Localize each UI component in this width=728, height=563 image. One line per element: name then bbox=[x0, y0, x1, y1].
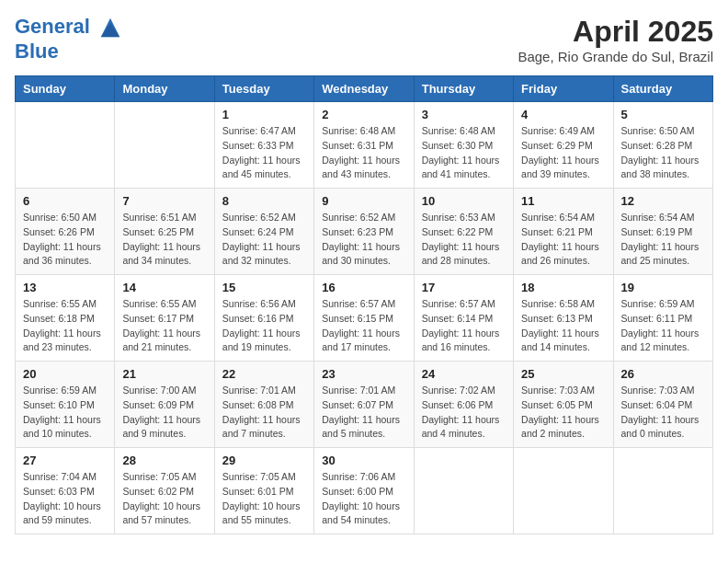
title-block: April 2025 Bage, Rio Grande do Sul, Braz… bbox=[518, 15, 713, 64]
day-info: Sunrise: 7:01 AMSunset: 6:07 PMDaylight:… bbox=[322, 384, 405, 442]
day-number: 6 bbox=[23, 194, 107, 208]
day-info: Sunrise: 6:54 AMSunset: 6:21 PMDaylight:… bbox=[521, 211, 605, 269]
day-number: 18 bbox=[521, 281, 605, 294]
calendar-cell: 3Sunrise: 6:48 AMSunset: 6:30 PMDaylight… bbox=[414, 102, 513, 189]
calendar-cell: 18Sunrise: 6:58 AMSunset: 6:13 PMDayligh… bbox=[514, 275, 613, 362]
day-number: 22 bbox=[222, 367, 306, 381]
calendar-cell: 16Sunrise: 6:57 AMSunset: 6:15 PMDayligh… bbox=[314, 275, 414, 362]
calendar-cell: 24Sunrise: 7:02 AMSunset: 6:06 PMDayligh… bbox=[414, 362, 513, 448]
day-info: Sunrise: 6:54 AMSunset: 6:19 PMDaylight:… bbox=[621, 211, 705, 269]
subtitle: Bage, Rio Grande do Sul, Brazil bbox=[518, 49, 713, 64]
logo-general: General bbox=[15, 15, 90, 38]
calendar-cell: 14Sunrise: 6:55 AMSunset: 6:17 PMDayligh… bbox=[115, 275, 214, 362]
day-number: 20 bbox=[23, 367, 107, 381]
calendar-week-2: 6Sunrise: 6:50 AMSunset: 6:26 PMDaylight… bbox=[16, 189, 713, 275]
calendar-week-3: 13Sunrise: 6:55 AMSunset: 6:18 PMDayligh… bbox=[16, 275, 713, 362]
day-number: 29 bbox=[222, 454, 306, 467]
calendar-cell: 8Sunrise: 6:52 AMSunset: 6:24 PMDaylight… bbox=[214, 189, 313, 275]
day-info: Sunrise: 6:57 AMSunset: 6:14 PMDaylight:… bbox=[422, 297, 506, 355]
day-info: Sunrise: 6:59 AMSunset: 6:10 PMDaylight:… bbox=[23, 384, 107, 442]
calendar-cell: 4Sunrise: 6:49 AMSunset: 6:29 PMDaylight… bbox=[514, 102, 613, 189]
calendar-cell: 19Sunrise: 6:59 AMSunset: 6:11 PMDayligh… bbox=[613, 275, 712, 362]
day-info: Sunrise: 7:05 AMSunset: 6:02 PMDaylight:… bbox=[122, 470, 206, 528]
day-info: Sunrise: 6:48 AMSunset: 6:31 PMDaylight:… bbox=[322, 124, 405, 182]
calendar-cell: 12Sunrise: 6:54 AMSunset: 6:19 PMDayligh… bbox=[613, 189, 712, 275]
day-info: Sunrise: 7:02 AMSunset: 6:06 PMDaylight:… bbox=[422, 384, 506, 442]
day-number: 12 bbox=[621, 194, 705, 208]
day-info: Sunrise: 6:50 AMSunset: 6:26 PMDaylight:… bbox=[23, 211, 107, 269]
calendar-cell: 30Sunrise: 7:06 AMSunset: 6:00 PMDayligh… bbox=[314, 448, 414, 534]
day-info: Sunrise: 6:55 AMSunset: 6:17 PMDaylight:… bbox=[122, 297, 206, 355]
day-info: Sunrise: 6:47 AMSunset: 6:33 PMDaylight:… bbox=[222, 124, 306, 182]
logo: General Blue bbox=[15, 15, 123, 63]
day-header-friday: Friday bbox=[514, 76, 613, 102]
day-header-monday: Monday bbox=[115, 76, 214, 102]
logo-icon bbox=[97, 15, 123, 40]
calendar-cell: 9Sunrise: 6:52 AMSunset: 6:23 PMDaylight… bbox=[314, 189, 414, 275]
day-number: 16 bbox=[322, 281, 405, 294]
calendar-cell: 1Sunrise: 6:47 AMSunset: 6:33 PMDaylight… bbox=[214, 102, 313, 189]
day-info: Sunrise: 6:52 AMSunset: 6:23 PMDaylight:… bbox=[322, 211, 405, 269]
day-info: Sunrise: 6:57 AMSunset: 6:15 PMDaylight:… bbox=[322, 297, 405, 355]
calendar-cell: 27Sunrise: 7:04 AMSunset: 6:03 PMDayligh… bbox=[16, 448, 115, 534]
day-info: Sunrise: 6:51 AMSunset: 6:25 PMDaylight:… bbox=[122, 211, 206, 269]
calendar-cell: 20Sunrise: 6:59 AMSunset: 6:10 PMDayligh… bbox=[16, 362, 115, 448]
calendar-cell bbox=[514, 448, 613, 534]
main-title: April 2025 bbox=[518, 15, 713, 49]
day-number: 14 bbox=[122, 281, 206, 294]
day-info: Sunrise: 6:56 AMSunset: 6:16 PMDaylight:… bbox=[222, 297, 306, 355]
day-number: 1 bbox=[222, 108, 306, 121]
calendar-cell bbox=[115, 102, 214, 189]
calendar-cell: 22Sunrise: 7:01 AMSunset: 6:08 PMDayligh… bbox=[214, 362, 313, 448]
calendar-cell: 26Sunrise: 7:03 AMSunset: 6:04 PMDayligh… bbox=[613, 362, 712, 448]
day-info: Sunrise: 7:00 AMSunset: 6:09 PMDaylight:… bbox=[122, 384, 206, 442]
day-number: 9 bbox=[322, 194, 405, 208]
day-info: Sunrise: 7:01 AMSunset: 6:08 PMDaylight:… bbox=[222, 384, 306, 442]
day-number: 30 bbox=[322, 454, 405, 467]
calendar-cell: 15Sunrise: 6:56 AMSunset: 6:16 PMDayligh… bbox=[214, 275, 313, 362]
day-info: Sunrise: 7:04 AMSunset: 6:03 PMDaylight:… bbox=[23, 470, 107, 528]
day-info: Sunrise: 7:05 AMSunset: 6:01 PMDaylight:… bbox=[222, 470, 306, 528]
svg-marker-1 bbox=[101, 23, 120, 37]
logo-blue: Blue bbox=[15, 40, 123, 63]
calendar-cell: 2Sunrise: 6:48 AMSunset: 6:31 PMDaylight… bbox=[314, 102, 414, 189]
day-number: 11 bbox=[521, 194, 605, 208]
day-number: 13 bbox=[23, 281, 107, 294]
calendar-cell: 13Sunrise: 6:55 AMSunset: 6:18 PMDayligh… bbox=[16, 275, 115, 362]
day-number: 24 bbox=[422, 367, 506, 381]
calendar-cell bbox=[414, 448, 513, 534]
day-number: 28 bbox=[122, 454, 206, 467]
day-number: 10 bbox=[422, 194, 506, 208]
day-number: 25 bbox=[521, 367, 605, 381]
page-header: General Blue April 2025 Bage, Rio Grande… bbox=[15, 15, 713, 64]
day-number: 3 bbox=[422, 108, 506, 121]
calendar-cell: 29Sunrise: 7:05 AMSunset: 6:01 PMDayligh… bbox=[214, 448, 313, 534]
day-number: 7 bbox=[122, 194, 206, 208]
calendar-cell: 21Sunrise: 7:00 AMSunset: 6:09 PMDayligh… bbox=[115, 362, 214, 448]
day-number: 2 bbox=[322, 108, 405, 121]
day-info: Sunrise: 6:50 AMSunset: 6:28 PMDaylight:… bbox=[621, 124, 705, 182]
calendar-week-4: 20Sunrise: 6:59 AMSunset: 6:10 PMDayligh… bbox=[16, 362, 713, 448]
day-number: 27 bbox=[23, 454, 107, 467]
day-number: 26 bbox=[621, 367, 705, 381]
calendar-cell: 17Sunrise: 6:57 AMSunset: 6:14 PMDayligh… bbox=[414, 275, 513, 362]
day-number: 23 bbox=[322, 367, 405, 381]
day-info: Sunrise: 7:06 AMSunset: 6:00 PMDaylight:… bbox=[322, 470, 405, 528]
day-info: Sunrise: 6:53 AMSunset: 6:22 PMDaylight:… bbox=[422, 211, 506, 269]
day-number: 15 bbox=[222, 281, 306, 294]
day-number: 4 bbox=[521, 108, 605, 121]
calendar-week-1: 1Sunrise: 6:47 AMSunset: 6:33 PMDaylight… bbox=[16, 102, 713, 189]
calendar-cell: 25Sunrise: 7:03 AMSunset: 6:05 PMDayligh… bbox=[514, 362, 613, 448]
calendar-cell: 28Sunrise: 7:05 AMSunset: 6:02 PMDayligh… bbox=[115, 448, 214, 534]
calendar-table: SundayMondayTuesdayWednesdayThursdayFrid… bbox=[15, 75, 713, 534]
day-header-saturday: Saturday bbox=[613, 76, 712, 102]
day-number: 5 bbox=[621, 108, 705, 121]
day-info: Sunrise: 6:52 AMSunset: 6:24 PMDaylight:… bbox=[222, 211, 306, 269]
day-number: 19 bbox=[621, 281, 705, 294]
calendar-header-row: SundayMondayTuesdayWednesdayThursdayFrid… bbox=[16, 76, 713, 102]
day-header-thursday: Thursday bbox=[414, 76, 513, 102]
day-header-wednesday: Wednesday bbox=[314, 76, 414, 102]
calendar-cell: 5Sunrise: 6:50 AMSunset: 6:28 PMDaylight… bbox=[613, 102, 712, 189]
calendar-cell: 6Sunrise: 6:50 AMSunset: 6:26 PMDaylight… bbox=[16, 189, 115, 275]
calendar-cell: 11Sunrise: 6:54 AMSunset: 6:21 PMDayligh… bbox=[514, 189, 613, 275]
